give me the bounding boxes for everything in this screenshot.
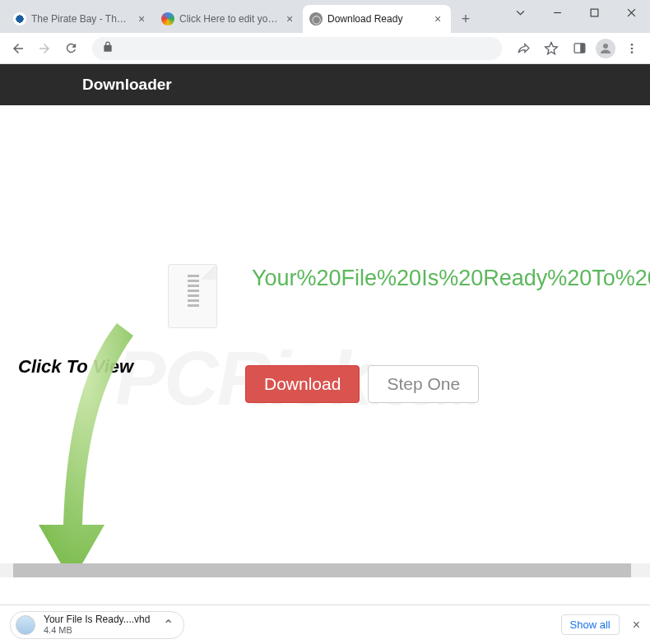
horizontal-scrollbar[interactable]: [0, 563, 650, 577]
download-filename: Your File Is Ready....vhd: [44, 614, 150, 625]
reload-button[interactable]: [59, 37, 82, 60]
browser-tab-0[interactable]: The Pirate Bay - The gal ×: [7, 5, 155, 33]
download-item[interactable]: Your File Is Ready....vhd 4.4 MB ⌃: [10, 611, 184, 639]
star-icon[interactable]: [540, 37, 563, 60]
forward-button[interactable]: [33, 37, 56, 60]
close-icon[interactable]: ×: [135, 12, 148, 25]
page-header: Downloader: [0, 64, 650, 105]
svg-point-5: [631, 47, 634, 49]
scrollbar-thumb[interactable]: [13, 563, 631, 577]
svg-point-4: [631, 44, 634, 46]
profile-avatar[interactable]: [596, 39, 615, 58]
file-icon: [16, 615, 35, 635]
zipper-icon: [188, 275, 199, 308]
step-one-button[interactable]: Step One: [368, 365, 479, 403]
page-title: Downloader: [82, 76, 172, 94]
svg-point-3: [603, 44, 608, 49]
svg-rect-0: [591, 9, 598, 16]
svg-point-6: [631, 51, 634, 53]
tab-strip: The Pirate Bay - The gal × Click Here to…: [0, 5, 502, 33]
back-button[interactable]: [7, 37, 30, 60]
globe-icon: ◯: [309, 12, 323, 25]
new-tab-button[interactable]: +: [454, 7, 477, 30]
file-zip-icon: [168, 264, 217, 328]
svg-rect-2: [580, 44, 585, 53]
close-icon[interactable]: ×: [431, 12, 444, 25]
address-bar[interactable]: [92, 37, 502, 60]
ready-headline: Your%20File%20Is%20Ready%20To%20: [252, 266, 650, 291]
page-content: PCRisk.com Your%20File%20Is%20Ready%20To…: [0, 105, 650, 577]
page-viewport: Downloader PCRisk.com Your%20File%20Is%2…: [0, 64, 650, 577]
arrow-down-icon: [18, 319, 150, 577]
tab-title: Click Here to edit your L: [179, 13, 278, 25]
downloads-bar: Your File Is Ready....vhd 4.4 MB ⌃ Show …: [0, 605, 650, 644]
close-icon[interactable]: ×: [283, 12, 296, 25]
minimize-button[interactable]: [539, 0, 576, 25]
maximize-button[interactable]: [576, 0, 613, 25]
favicon-icon: [13, 12, 26, 25]
tab-title: The Pirate Bay - The gal: [31, 13, 130, 25]
download-filesize: 4.4 MB: [44, 625, 150, 635]
chevron-down-icon[interactable]: [502, 0, 539, 25]
browser-tab-2[interactable]: ◯ Download Ready ×: [303, 5, 451, 33]
window-controls: [502, 0, 650, 25]
toolbar-actions: [512, 37, 643, 60]
lock-icon: [102, 41, 114, 56]
browser-tab-1[interactable]: Click Here to edit your L ×: [155, 5, 303, 33]
window-close-button[interactable]: [613, 0, 650, 25]
download-button[interactable]: Download: [245, 365, 360, 403]
browser-toolbar: [0, 33, 650, 64]
share-icon[interactable]: [512, 37, 535, 60]
favicon-icon: [161, 12, 174, 25]
menu-icon[interactable]: [620, 37, 643, 60]
chevron-up-icon[interactable]: ⌃: [163, 617, 174, 632]
close-icon[interactable]: ×: [633, 618, 640, 632]
window-titlebar: The Pirate Bay - The gal × Click Here to…: [0, 0, 650, 33]
tab-title: Download Ready: [327, 13, 426, 25]
show-all-button[interactable]: Show all: [561, 614, 620, 635]
sidepanel-icon[interactable]: [568, 37, 591, 60]
